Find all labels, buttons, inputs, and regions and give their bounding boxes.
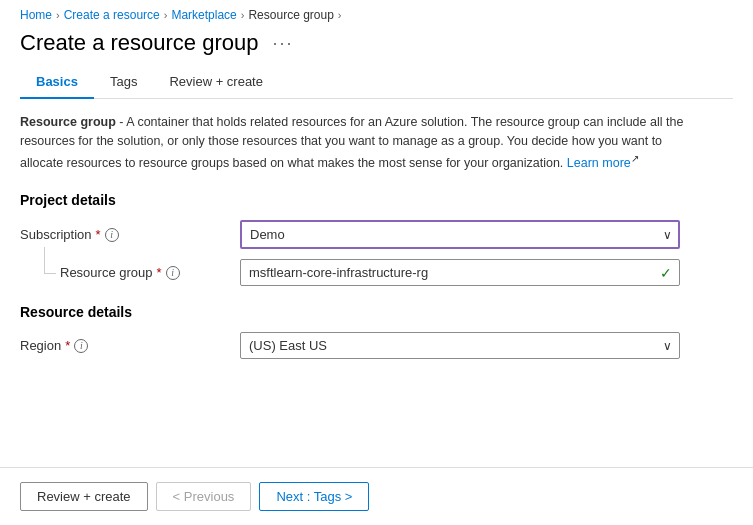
resource-group-label-container: Resource group * i (20, 265, 240, 280)
breadcrumb-sep-3: › (241, 9, 245, 21)
region-dropdown-wrapper: (US) East US ∨ (240, 332, 680, 359)
breadcrumb-current: Resource group (248, 8, 333, 22)
region-control: (US) East US ∨ (240, 332, 680, 359)
project-details-section: Project details Subscription * i Demo ∨ (20, 192, 733, 286)
region-label: Region * i (20, 338, 240, 353)
header-menu-button[interactable]: ··· (268, 33, 297, 54)
project-details-title: Project details (20, 192, 733, 208)
learn-more-link[interactable]: Learn more (567, 156, 631, 170)
breadcrumb-sep-1: › (56, 9, 60, 21)
region-label-text: Region (20, 338, 61, 353)
subscription-label: Subscription * i (20, 227, 240, 242)
page-title: Create a resource group (20, 30, 258, 56)
subscription-label-text: Subscription (20, 227, 92, 242)
resource-group-control: ✓ (240, 259, 680, 286)
page-wrapper: Home › Create a resource › Marketplace ›… (0, 0, 753, 525)
resource-group-valid-icon: ✓ (660, 265, 672, 281)
subscription-required: * (96, 227, 101, 242)
breadcrumb-sep-4: › (338, 9, 342, 21)
previous-button: < Previous (156, 482, 252, 511)
resource-details-title: Resource details (20, 304, 733, 320)
breadcrumb-sep-2: › (164, 9, 168, 21)
resource-group-info-icon[interactable]: i (166, 266, 180, 280)
main-content: Basics Tags Review + create Resource gro… (0, 66, 753, 467)
breadcrumb-create-resource[interactable]: Create a resource (64, 8, 160, 22)
footer: Review + create < Previous Next : Tags > (0, 467, 753, 525)
breadcrumb-marketplace[interactable]: Marketplace (171, 8, 236, 22)
page-header: Create a resource group ··· (0, 26, 753, 66)
resource-group-input[interactable] (240, 259, 680, 286)
breadcrumb-home[interactable]: Home (20, 8, 52, 22)
tab-review-create[interactable]: Review + create (153, 66, 279, 99)
description-dash: - (116, 115, 126, 129)
tab-tags[interactable]: Tags (94, 66, 153, 99)
indent-horizontal-line (44, 273, 56, 274)
resource-details-section: Resource details Region * i (US) East US… (20, 304, 733, 359)
subscription-info-icon[interactable]: i (105, 228, 119, 242)
region-row: Region * i (US) East US ∨ (20, 332, 733, 359)
resource-group-required: * (157, 265, 162, 280)
subscription-dropdown-wrapper: Demo ∨ (240, 220, 680, 249)
tab-bar: Basics Tags Review + create (20, 66, 733, 99)
indent-vertical-line (44, 247, 45, 273)
region-required: * (65, 338, 70, 353)
resource-group-row: Resource group * i ✓ (20, 259, 733, 286)
subscription-row: Subscription * i Demo ∨ (20, 220, 733, 249)
resource-group-label-text: Resource group (60, 265, 153, 280)
region-info-icon[interactable]: i (74, 339, 88, 353)
resource-group-input-wrapper: ✓ (240, 259, 680, 286)
subscription-control: Demo ∨ (240, 220, 680, 249)
next-tags-button[interactable]: Next : Tags > (259, 482, 369, 511)
description-term: Resource group (20, 115, 116, 129)
region-dropdown[interactable]: (US) East US (240, 332, 680, 359)
tab-basics[interactable]: Basics (20, 66, 94, 99)
subscription-dropdown[interactable]: Demo (240, 220, 680, 249)
external-link-icon: ↗ (631, 153, 639, 164)
description-text: Resource group - A container that holds … (20, 113, 700, 172)
breadcrumb: Home › Create a resource › Marketplace ›… (0, 0, 753, 26)
review-create-button[interactable]: Review + create (20, 482, 148, 511)
